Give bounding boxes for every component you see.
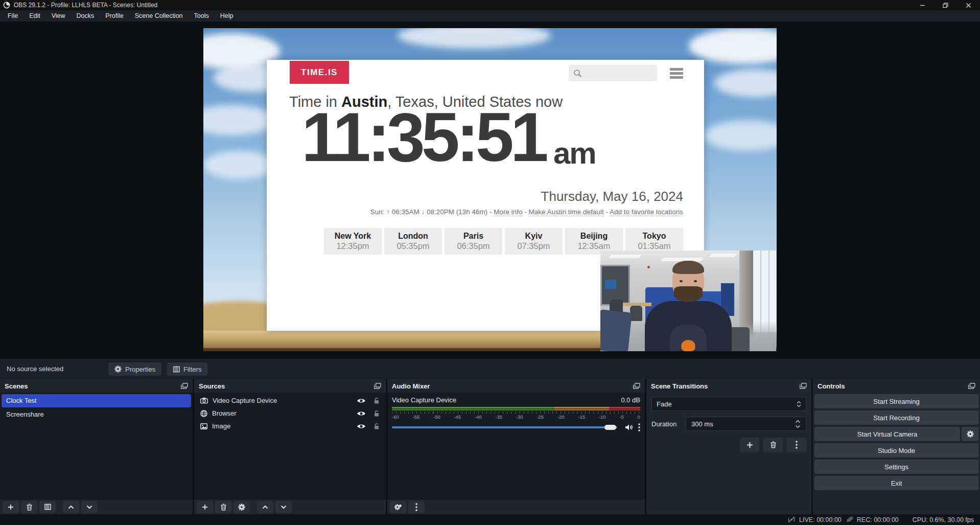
source-row-browser[interactable]: Browser [196,407,384,420]
transition-select[interactable]: Fade [651,397,806,411]
move-scene-up-button[interactable] [63,501,79,513]
duration-input[interactable]: 300 ms [686,417,806,431]
menu-help[interactable]: Help [215,10,239,21]
start-virtual-camera-button[interactable]: Start Virtual Camera [814,427,960,441]
scenes-panel-header[interactable]: Scenes [0,379,193,393]
sun-info-line: Sun: ↑ 06:35AM ↓ 08:20PM (13h 46m) - Mor… [370,208,683,216]
settings-button[interactable]: Settings [814,460,978,474]
cloud [398,28,551,49]
rec-status: REC: 00:00:00 [846,516,899,523]
preview-canvas[interactable]: TIME.IS Time in Austin, Texas, United St… [203,28,777,351]
source-properties-button[interactable] [234,501,250,513]
speaker-icon[interactable] [625,424,634,431]
move-scene-down-button[interactable] [81,501,98,513]
virtual-camera-settings-button[interactable] [962,427,978,441]
menu-view[interactable]: View [46,10,71,21]
close-button[interactable] [957,0,980,10]
scene-filters-button[interactable] [39,501,56,513]
clock-meridiem: am [553,138,596,169]
cpu-fps-stats: CPU: 0.6%, 30.00 fps [913,516,974,523]
restore-button[interactable] [934,0,957,10]
lock-icon[interactable] [374,423,380,430]
mixer-channel: Video Capture Device 0.0 dB -60-55-50-45… [387,393,645,499]
studio-mode-button[interactable]: Studio Mode [814,443,978,458]
context-bar: No source selected Properties Filters [0,359,980,379]
mixer-menu-button[interactable] [408,501,425,513]
filter-icon [173,366,180,373]
filters-button[interactable]: Filters [167,362,207,376]
properties-button[interactable]: Properties [108,362,161,376]
volume-slider[interactable] [392,424,620,430]
popout-icon [633,383,640,389]
exit-button[interactable]: Exit [814,476,978,490]
obs-logo-icon [3,2,10,9]
remove-scene-button[interactable] [21,501,37,513]
controls-panel: Controls Start Streaming Start Recording… [813,379,980,514]
cloud [704,120,777,151]
audio-mixer-header[interactable]: Audio Mixer [387,379,645,393]
mixer-channel-menu-icon[interactable] [638,423,640,431]
make-default-link: Make Austin time default [529,208,604,216]
controls-body: Start Streaming Start Recording Start Vi… [813,393,980,514]
date-display: Thursday, May 16, 2024 [541,189,683,204]
transitions-header[interactable]: Scene Transitions [646,379,811,393]
search-icon [573,69,582,78]
duration-spinner[interactable] [795,420,801,428]
visibility-eye-icon[interactable] [357,423,366,429]
menu-file[interactable]: File [2,10,24,21]
add-favorite-link: Add to favorite locations [610,208,683,216]
visibility-eye-icon[interactable] [357,398,366,404]
source-row-image[interactable]: Image [196,420,384,432]
transitions-body: Fade Duration 300 ms [646,393,811,514]
scenes-panel: Scenes Clock Test Screenshare [0,379,193,514]
audio-mixer-title: Audio Mixer [392,382,430,390]
popout-icon [968,383,975,389]
menu-bar: File Edit View Docks Profile Scene Colle… [0,10,980,21]
add-transition-button[interactable] [740,438,759,452]
timeis-search-box [569,65,657,81]
start-recording-button[interactable]: Start Recording [814,410,978,425]
mixer-channel-name: Video Capture Device [392,396,456,404]
add-source-button[interactable] [197,501,213,513]
gear-icon [114,366,122,373]
transition-menu-button[interactable] [787,438,806,452]
add-scene-button[interactable] [3,501,19,513]
advanced-audio-button[interactable] [390,501,406,513]
lock-icon[interactable] [374,397,380,404]
globe-icon [200,410,207,417]
sources-panel: Sources Video Capture Device Browser [194,379,386,514]
source-status-text: No source selected [7,365,63,373]
source-row-video-capture[interactable]: Video Capture Device [196,394,384,407]
scene-item-clock-test[interactable]: Clock Test [2,394,191,407]
start-streaming-button[interactable]: Start Streaming [814,394,978,408]
remove-source-button[interactable] [215,501,231,513]
image-icon [200,423,207,429]
move-source-up-button[interactable] [257,501,273,513]
scenes-list: Clock Test Screenshare [0,393,193,499]
timeis-logo: TIME.IS [290,61,349,84]
person-head [672,261,704,302]
remove-transition-button[interactable] [763,438,783,452]
preview-area: TIME.IS Time in Austin, Texas, United St… [0,21,980,359]
menu-docks[interactable]: Docks [71,10,100,21]
webcam-overlay [600,250,776,351]
cloud [203,151,275,179]
menu-tools[interactable]: Tools [189,10,215,21]
city-card: London05:35pm [384,228,442,255]
menu-scene-collection[interactable]: Scene Collection [129,10,189,21]
chevron-updown-icon [797,401,801,407]
scene-item-screenshare[interactable]: Screenshare [2,408,191,421]
status-bar: LIVE: 00:00:00 REC: 00:00:00 CPU: 0.6%, … [0,514,980,525]
controls-header[interactable]: Controls [813,379,980,393]
menu-edit[interactable]: Edit [24,10,46,21]
minimize-button[interactable] [911,0,934,10]
menu-profile[interactable]: Profile [100,10,129,21]
visibility-eye-icon[interactable] [357,410,366,417]
sources-panel-header[interactable]: Sources [194,379,386,393]
lock-icon[interactable] [374,410,380,417]
sources-panel-title: Sources [199,382,225,390]
hamburger-menu-icon [670,68,683,79]
move-source-down-button[interactable] [275,501,292,513]
volume-slider-handle[interactable] [604,425,616,430]
transitions-title: Scene Transitions [651,382,708,390]
